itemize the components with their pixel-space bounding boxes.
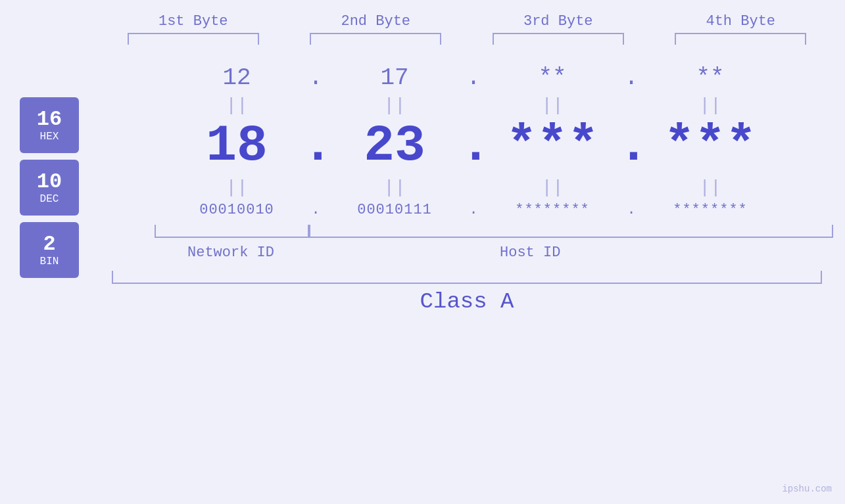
class-section: Class A: [0, 271, 845, 314]
bin-val-4: ********: [644, 202, 776, 218]
dot-dec-1: .: [302, 117, 329, 175]
dot-bin-3: .: [618, 202, 644, 218]
dot-dec-2: .: [460, 117, 487, 175]
hex-base-box: 16 HEX: [20, 97, 79, 153]
dot-hex-3: .: [618, 64, 644, 91]
equals-row-2: || || || ||: [0, 177, 845, 198]
dec-values-row: 18 . 23 . *** . ***: [0, 117, 845, 175]
hex-number: 16: [37, 108, 62, 131]
dot-dec-3: .: [618, 117, 644, 175]
bracket-top-2: [310, 33, 441, 45]
byte4-header: 4th Byte: [675, 13, 806, 30]
bracket-network-id: [155, 225, 309, 238]
eq-1: ||: [171, 95, 302, 116]
hex-val-4: **: [644, 64, 776, 91]
byte1-header: 1st Byte: [128, 13, 259, 30]
dec-val-2: 23: [329, 117, 460, 175]
dec-val-4: ***: [644, 117, 776, 175]
host-id-label: Host ID: [500, 244, 560, 261]
dec-base-box: 10 DEC: [20, 160, 79, 216]
bracket-top-1: [128, 33, 259, 45]
eq2-1: ||: [171, 177, 302, 198]
dot-bin-2: .: [460, 202, 487, 218]
bin-val-1: 00010010: [171, 202, 302, 218]
dec-val-3: ***: [487, 117, 618, 175]
network-id-label: Network ID: [187, 244, 274, 261]
bracket-top-3: [493, 33, 624, 45]
page-container: 1st Byte 2nd Byte 3rd Byte 4th Byte 16 H…: [0, 0, 845, 504]
id-labels-row: Network ID Host ID: [0, 244, 845, 264]
eq-2: ||: [329, 95, 460, 116]
top-brackets-row: [0, 33, 845, 45]
byte3-header: 3rd Byte: [493, 13, 624, 30]
watermark: ipshu.com: [782, 484, 832, 494]
bin-val-2: 00010111: [329, 202, 460, 218]
hex-val-2: 17: [329, 64, 460, 91]
hex-name: HEX: [40, 131, 59, 143]
dot-hex-2: .: [460, 64, 487, 91]
dec-number: 10: [37, 170, 62, 193]
eq-3: ||: [487, 95, 618, 116]
eq2-4: ||: [644, 177, 776, 198]
eq2-2: ||: [329, 177, 460, 198]
hex-val-1: 12: [171, 64, 302, 91]
bracket-host-id: [309, 225, 833, 238]
bracket-top-4: [675, 33, 806, 45]
eq-4: ||: [644, 95, 776, 116]
equals-row-1: || || || ||: [0, 95, 845, 116]
byte-headers-row: 1st Byte 2nd Byte 3rd Byte 4th Byte: [0, 13, 845, 30]
bin-values-row: 00010010 . 00010111 . ******** . *******…: [0, 202, 845, 218]
bottom-brackets-container: [0, 225, 845, 244]
class-label: Class A: [420, 289, 514, 314]
dot-bin-1: .: [302, 202, 329, 218]
bin-val-3: ********: [487, 202, 618, 218]
dec-val-1: 18: [171, 117, 302, 175]
dec-name: DEC: [40, 193, 59, 205]
class-bracket: [112, 271, 822, 284]
dot-hex-1: .: [302, 64, 329, 91]
hex-values-row: 12 . 17 . ** . **: [0, 64, 845, 91]
eq2-3: ||: [487, 177, 618, 198]
hex-val-3: **: [487, 64, 618, 91]
byte2-header: 2nd Byte: [310, 13, 441, 30]
